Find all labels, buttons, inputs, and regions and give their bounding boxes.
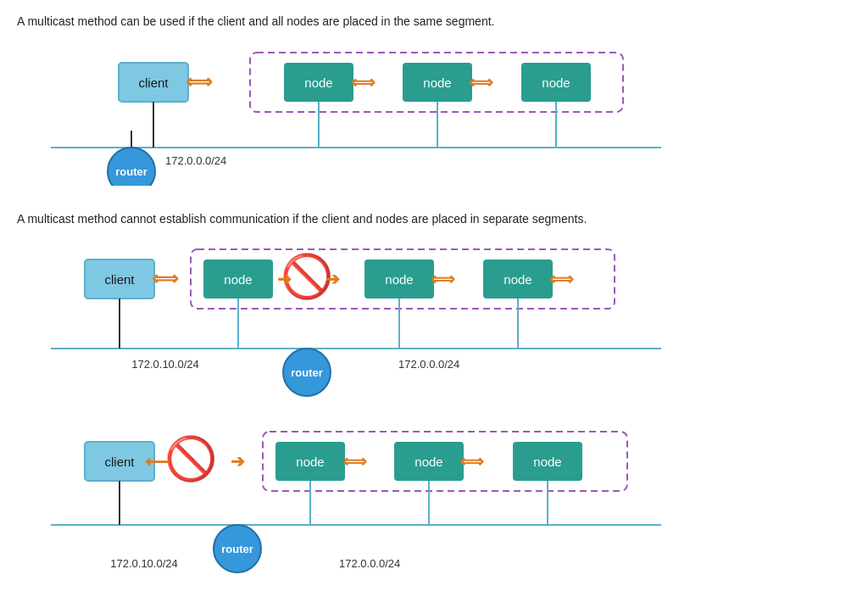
client3-label: client — [104, 455, 135, 469]
arrow-node1-node2: ⟺ — [351, 73, 376, 92]
diagram1: client node node node ⟺ ⟺ ⟺ router — [17, 46, 851, 186]
arrow2-node3-right: ⟺ — [549, 270, 574, 288]
node3-label: node — [542, 75, 570, 90]
node3-2-label: node — [415, 455, 442, 469]
node3-3-label: node — [533, 455, 561, 469]
arrow2-node1-nosign: ➔ — [277, 270, 292, 288]
arrow-client-node1: ⟺ — [186, 71, 213, 92]
subnet2-left: 172.0.10.0/24 — [131, 358, 199, 371]
arrow3-node2-node3: ⟺ — [459, 452, 484, 471]
node1-label: node — [304, 75, 332, 90]
arrow2-nosign-node2: ➔ — [326, 270, 340, 288]
desc1: A multicast method can be used if the cl… — [17, 14, 851, 31]
subnet3-left: 172.0.10.0/24 — [110, 557, 178, 570]
node2-label: node — [423, 75, 451, 90]
client-label: client — [138, 75, 169, 90]
arrow2-client-node1: ⟺ — [152, 268, 179, 289]
subnet1-label: 172.0.0.0/24 — [165, 154, 226, 167]
subnet2-right: 172.0.0.0/24 — [398, 358, 459, 371]
router3-label: router — [221, 543, 253, 555]
router2-label: router — [291, 366, 323, 379]
no-sign-diag3: 🚫 — [164, 433, 218, 484]
node2-3-label: node — [504, 272, 531, 287]
client2-label: client — [104, 272, 135, 287]
arrow3-client-nosign: ⟵ — [145, 452, 170, 471]
desc2: A multicast method cannot establish comm… — [17, 211, 851, 228]
diagram3: client 🚫 node node node ⟵ ➔ ⟺ ⟺ router — [17, 425, 851, 573]
arrow3-node1-node2: ⟺ — [342, 452, 367, 471]
node3-1-label: node — [296, 455, 324, 469]
diagram2: client node 🚫 node node ⟺ ➔ ➔ ⟺ ⟺ — [17, 243, 851, 399]
subnet3-right: 172.0.0.0/24 — [339, 557, 400, 570]
node2-2-label: node — [385, 272, 413, 287]
arrow2-node2-node3: ⟺ — [431, 270, 455, 288]
router1-label: router — [115, 165, 147, 178]
node2-1-label: node — [224, 272, 252, 287]
arrow-node2-node3: ⟺ — [469, 73, 493, 92]
arrow3-nosign-node1: ➔ — [231, 452, 245, 471]
